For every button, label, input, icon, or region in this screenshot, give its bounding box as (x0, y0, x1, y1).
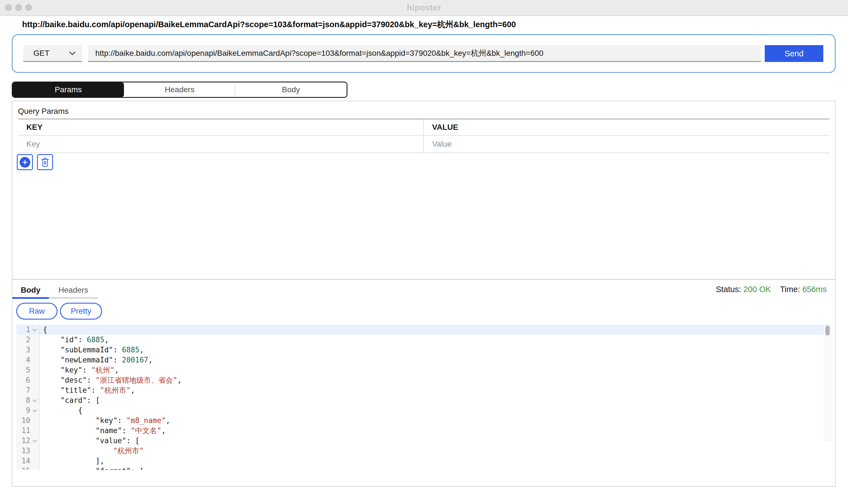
line-number-gutter: 10 (16, 415, 39, 426)
line-number-gutter: 3 (16, 345, 39, 355)
window-titlebar: hiposter (0, 0, 848, 16)
tab-params[interactable]: Params (13, 83, 124, 97)
fold-gutter (30, 410, 39, 412)
line-number-gutter: 4 (16, 355, 39, 365)
query-params-header-row: KEY VALUE (18, 120, 830, 136)
line-number: 10 (16, 415, 30, 426)
response-tab-body[interactable]: Body (12, 283, 49, 299)
code-scrollbar-thumb[interactable] (825, 325, 830, 336)
request-bar-panel: GET Send (12, 34, 836, 73)
code-text: "name": "中文名", (39, 426, 166, 436)
line-number-gutter: 8 (16, 395, 39, 405)
response-view-buttons: Raw Pretty (16, 303, 102, 320)
method-select[interactable]: GET (23, 45, 82, 62)
line-number: 6 (16, 375, 30, 385)
trash-icon (41, 158, 49, 167)
code-text: "key": "杭州", (39, 365, 119, 375)
fold-gutter (30, 329, 39, 331)
param-key-input[interactable] (18, 136, 423, 152)
line-number-gutter: 6 (16, 375, 39, 385)
add-param-button[interactable] (17, 154, 33, 170)
code-line: 7 "title": "杭州市", (16, 385, 831, 395)
line-number: 9 (16, 405, 30, 415)
code-line: 12 "value": [ (16, 436, 831, 446)
response-tab-body-label: Body (21, 286, 40, 294)
request-url-heading: http://baike.baidu.com/api/openapi/Baike… (22, 19, 516, 30)
code-text: "title": "杭州市", (39, 385, 135, 395)
line-number: 1 (16, 325, 30, 335)
line-number-gutter: 12 (16, 436, 39, 446)
code-line: 1{ (16, 325, 831, 335)
request-tabs: Params Headers Body (12, 82, 348, 98)
code-scrollbar (824, 324, 831, 441)
code-text: "value": [ (39, 436, 139, 446)
line-number-gutter: 1 (16, 325, 39, 335)
code-line: 4 "newLemmaId": 200167, (16, 355, 831, 365)
line-number-gutter: 5 (16, 365, 39, 375)
key-column-header: KEY (18, 120, 424, 135)
line-number-gutter: 2 (16, 335, 39, 345)
line-number-gutter: 11 (16, 426, 39, 436)
status-value: 200 OK (743, 285, 771, 294)
plus-icon (20, 157, 30, 168)
value-column-header: VALUE (424, 120, 830, 135)
raw-button[interactable]: Raw (16, 303, 57, 320)
line-number: 13 (16, 446, 30, 456)
url-input[interactable] (88, 45, 761, 62)
fold-chevron-icon[interactable] (33, 408, 37, 412)
main-panel: Query Params KEY VALUE (12, 101, 836, 487)
line-number: 7 (16, 385, 30, 395)
line-number-gutter: 9 (16, 405, 39, 415)
tab-headers-label: Headers (165, 85, 195, 94)
response-body-code[interactable]: 1{2 "id": 6885,3 "subLemmaId": 6885,4 "n… (16, 324, 831, 470)
code-line: 15 "format": [ (16, 466, 831, 470)
time-label: Time: (780, 285, 800, 294)
tab-body[interactable]: Body (235, 83, 347, 97)
response-tab-headers[interactable]: Headers (49, 283, 98, 299)
value-cell (424, 136, 830, 152)
line-number: 15 (16, 466, 30, 470)
fold-gutter (30, 440, 39, 442)
line-number-gutter: 13 (16, 446, 39, 456)
fold-chevron-icon[interactable] (33, 327, 37, 331)
status-label: Status: (716, 285, 741, 294)
delete-param-button[interactable] (37, 154, 53, 170)
tab-params-label: Params (55, 85, 82, 94)
code-line: 2 "id": 6885, (16, 335, 831, 345)
line-number: 8 (16, 395, 30, 405)
code-line: 3 "subLemmaId": 6885, (16, 345, 831, 355)
fold-chevron-icon[interactable] (33, 397, 37, 402)
line-number: 4 (16, 355, 30, 365)
param-value-input[interactable] (424, 136, 830, 152)
response-tabs: Body Headers (12, 283, 98, 299)
line-number: 11 (16, 426, 30, 436)
code-text: { (39, 405, 83, 415)
query-params-input-row (18, 136, 830, 153)
line-number-gutter: 14 (16, 456, 39, 466)
response-status: Status: 200 OK Time: 656ms (716, 285, 827, 294)
code-text: "newLemmaId": 200167, (39, 355, 153, 365)
code-line: 8 "card": [ (16, 395, 831, 405)
panel-divider (12, 279, 835, 280)
response-tab-headers-label: Headers (59, 286, 88, 294)
line-number-gutter: 7 (16, 385, 39, 395)
code-line: 6 "desc": "浙江省辖地级市、省会", (16, 375, 831, 385)
code-line: 5 "key": "杭州", (16, 365, 831, 375)
code-text: { (39, 325, 47, 335)
code-text: ], (39, 456, 104, 466)
code-line: 14 ], (16, 456, 831, 466)
send-button[interactable]: Send (765, 45, 823, 62)
code-line: 13 "杭州市" (16, 446, 831, 456)
fold-chevron-icon[interactable] (33, 438, 37, 442)
query-params-title: Query Params (18, 107, 69, 116)
method-select-value: GET (33, 49, 50, 58)
code-text: "desc": "浙江省辖地级市、省会", (39, 375, 182, 385)
code-line: 9 { (16, 405, 831, 415)
time-value: 656ms (802, 285, 827, 294)
tab-headers[interactable]: Headers (124, 83, 235, 97)
line-number: 12 (16, 436, 30, 446)
line-number: 2 (16, 335, 30, 345)
param-row-buttons (17, 154, 53, 170)
pretty-button[interactable]: Pretty (60, 303, 102, 320)
fold-gutter (30, 399, 39, 401)
